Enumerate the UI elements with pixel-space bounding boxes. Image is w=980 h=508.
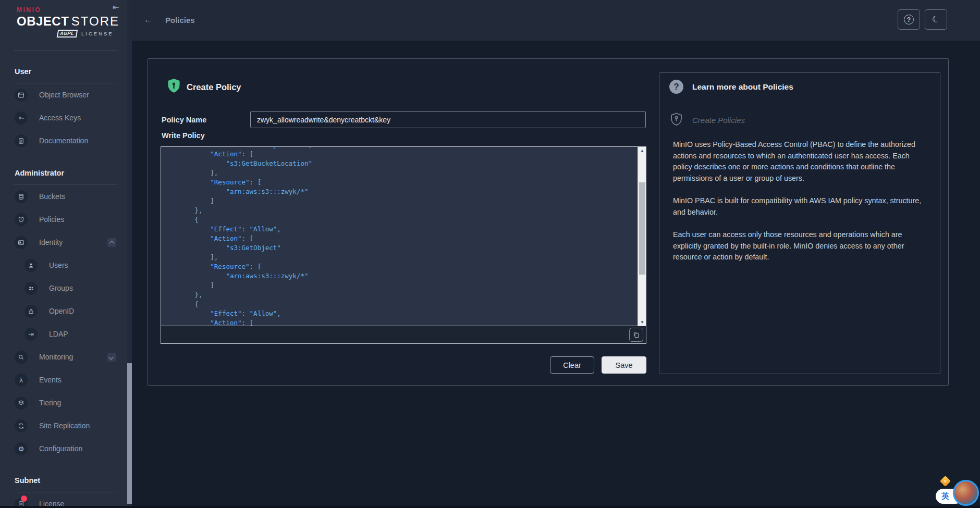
back-arrow-icon: ← [144,15,153,25]
code-line: ] [163,196,638,206]
code-line: ], [163,168,638,178]
chevron-up-icon[interactable] [107,238,116,247]
sidebar-item-events[interactable]: λ Events [0,368,132,391]
create-policy-shield-icon [167,78,181,94]
ime-gem-icon[interactable]: v [940,476,951,487]
code-line: { [163,215,638,225]
code-line: "arn:aws:s3:::zwyk/*" [163,187,638,196]
copy-policy-button[interactable] [629,328,643,342]
policy-editor-code: "s3:ListAllMyBuckets", "Action": [ "s3:G… [161,147,638,327]
editor-toolbar [161,326,646,343]
help-icon: ? [904,15,914,24]
brand-product: OBJECT STORE [17,14,132,29]
sidebar-item-users[interactable]: Users [0,254,132,277]
sidebar-item-monitoring[interactable]: Monitoring [0,345,132,368]
users-icon [24,259,38,272]
sidebar-item-tiering[interactable]: Tiering [0,391,132,414]
paragraph: MinIO uses Policy-Based Access Control (… [673,139,924,184]
help-button[interactable]: ? [898,9,920,30]
back-to-policies[interactable]: ← Policies [144,15,195,25]
agpl-badge: AGPL [57,30,78,38]
tiering-icon [15,397,28,410]
access-keys-icon [15,111,28,125]
sidebar-item-groups[interactable]: Groups [0,277,132,300]
object-browser-icon [15,89,28,102]
openid-icon [24,305,38,318]
sidebar-item-openid[interactable]: OpenID [0,300,132,323]
write-policy-label: Write Policy [162,131,205,140]
paragraph: Each user can access only those resource… [673,229,924,263]
ime-language-char: 英 [941,491,949,501]
code-line: "Action": [ [163,150,638,159]
site-replication-icon [15,419,28,432]
create-policy-title: Create Policy [187,82,241,92]
code-line: ] [163,281,638,290]
notification-dot [21,495,27,502]
chevron-down-icon[interactable] [107,353,116,362]
scroll-down-icon[interactable]: ▼ [638,319,646,326]
policies-shield-icon [15,213,28,226]
divider [14,50,117,51]
page-title: Policies [165,16,195,24]
learn-more-panel: ? Learn more about Policies Create Polic… [659,72,940,374]
buckets-icon [15,190,28,203]
policy-editor[interactable]: "s3:ListAllMyBuckets", "Action": [ "s3:G… [161,146,646,344]
section-label-administrator: Administrator [15,169,132,178]
dark-mode-button[interactable]: ☾ [925,9,947,30]
license-row: AGPL LICENSE [57,30,132,38]
section-label-user: User [15,67,132,76]
code-line: "arn:aws:s3:::zwyk/*" [163,271,638,281]
code-line: "Effect": "Allow", [163,225,638,234]
code-line: ], [163,253,638,262]
editor-scrollbar-thumb[interactable] [639,182,645,275]
code-line: }, [163,206,638,215]
policy-name-label: Policy Name [162,116,206,124]
question-circle-icon: ? [669,80,683,94]
sidebar: MINIO OBJECT STORE AGPL LICENSE User Obj… [0,0,132,508]
sidebar-item-policies[interactable]: Policies [0,208,132,231]
policy-editor-viewport[interactable]: "s3:ListAllMyBuckets", "Action": [ "s3:G… [161,147,638,327]
ldap-icon: ⇥ [24,328,38,341]
sidebar-item-documentation[interactable]: Documentation [0,129,132,152]
screen-edge [0,506,980,508]
minio-console: MINIO OBJECT STORE AGPL LICENSE User Obj… [0,0,980,508]
editor-scrollbar[interactable]: ▲ ▼ [638,147,646,327]
code-line: { [163,300,638,309]
create-policies-link-label: Create Policies [692,116,745,125]
section-label-subnet: Subnet [15,476,132,485]
code-line: "Resource": [ [163,262,638,271]
identity-icon [15,236,28,249]
sidebar-item-object-browser[interactable]: Object Browser [0,83,132,106]
policy-name-input[interactable] [250,111,646,128]
copy-icon [632,331,640,339]
sidebar-scrollbar-thumb[interactable] [127,363,132,504]
clear-button[interactable]: Clear [550,356,594,374]
learn-more-text: MinIO uses Policy-Based Access Control (… [673,139,924,275]
sidebar-item-configuration[interactable]: ⚙ Configuration [0,437,132,460]
monitoring-icon [15,351,28,364]
create-policies-link[interactable]: Create Policies [670,113,745,127]
sidebar-item-identity[interactable]: Identity [0,231,132,254]
topbar: ← Policies ? ☾ [132,0,980,41]
shield-outline-icon [670,113,683,127]
paragraph: MinIO PBAC is built for compatibility wi… [673,195,924,218]
code-line: }, [163,290,638,300]
collapse-sidebar-icon[interactable]: ⇤ [113,3,119,12]
sidebar-scrollbar[interactable] [127,0,132,508]
moon-icon: ☾ [930,13,941,26]
code-line: "Resource": [ [163,178,638,187]
sidebar-item-access-keys[interactable]: Access Keys [0,106,132,129]
sidebar-item-buckets[interactable]: Buckets [0,185,132,208]
ime-avatar[interactable] [953,480,979,506]
groups-icon [24,282,38,295]
sidebar-item-ldap[interactable]: ⇥ LDAP [0,323,132,345]
code-line: "s3:GetObject" [163,243,638,253]
gear-icon: ⚙ [15,442,28,455]
documentation-icon [15,134,28,147]
save-button[interactable]: Save [602,356,646,374]
learn-more-title: Learn more about Policies [692,82,793,92]
sidebar-item-site-replication[interactable]: Site Replication [0,414,132,437]
code-line: "Effect": "Allow", [163,309,638,318]
license-label: LICENSE [81,31,114,36]
scroll-up-icon[interactable]: ▲ [638,147,646,155]
